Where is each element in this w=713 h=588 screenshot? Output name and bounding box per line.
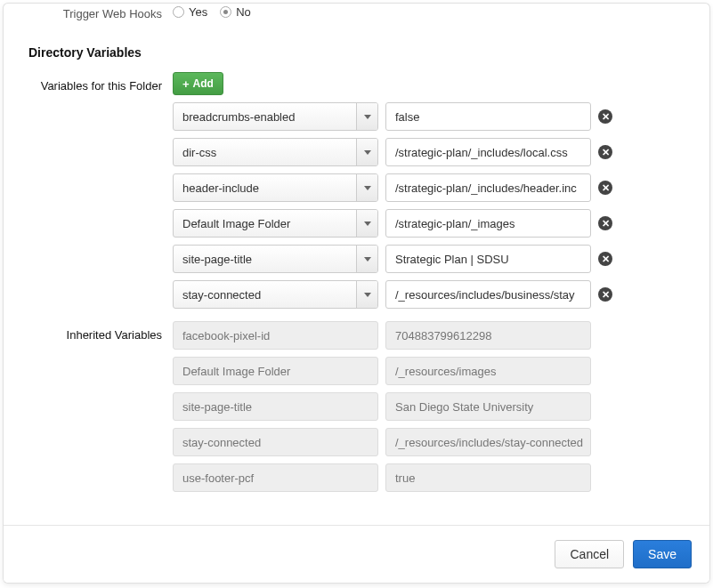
inherited-variable-name: Default Image Folder [173,357,378,385]
variable-value-input[interactable] [385,209,591,238]
chevron-down-icon [356,246,377,272]
inherited-variable-name: site-page-title [173,392,378,421]
folder-variable-row: site-page-title✕ [173,245,709,273]
variable-value-input[interactable] [385,102,591,131]
trigger-yes-option[interactable]: Yes [173,5,207,19]
inherited-variable-name: stay-connected [173,428,378,456]
inherited-variable-row: facebook-pixel-id704883799612298 [173,321,709,350]
add-variable-button[interactable]: + Add [173,72,223,95]
remove-icon[interactable]: ✕ [598,287,612,302]
trigger-yes-label: Yes [189,5,207,19]
inherited-variable-row: Default Image Folder/_resources/images [173,357,709,385]
dialog-footer: Cancel Save [4,525,709,583]
variables-for-folder-label: Variables for this Folder [4,72,173,93]
section-heading-directory-variables: Directory Variables [28,45,709,60]
variable-value-input[interactable] [385,138,591,166]
folder-variable-row: dir-css✕ [173,138,709,166]
chevron-down-icon [356,210,377,237]
plus-icon: + [182,78,190,90]
variable-name-select[interactable]: site-page-title [173,245,378,273]
chevron-down-icon [356,281,377,308]
inherited-variable-value: San Diego State University [385,392,591,421]
chevron-down-icon [356,139,377,165]
variable-value-input[interactable] [385,173,591,202]
radio-checked-icon [220,6,231,18]
remove-icon[interactable]: ✕ [598,216,612,230]
inherited-variable-value: true [385,463,591,492]
radio-icon [173,6,184,18]
folder-variable-row: header-include✕ [173,173,709,202]
variable-name-text: dir-css [174,139,356,165]
trigger-no-label: No [236,5,251,19]
folder-variable-row: breadcrumbs-enabled✕ [173,102,709,131]
trigger-webhooks-label: Trigger Web Hooks [4,5,173,20]
inherited-variable-name: use-footer-pcf [173,463,378,492]
variable-value-input[interactable] [385,280,591,309]
variable-name-text: site-page-title [174,246,356,272]
remove-icon[interactable]: ✕ [598,252,612,266]
variable-name-text: Default Image Folder [174,210,356,237]
chevron-down-icon [356,174,377,201]
inherited-variable-name: facebook-pixel-id [173,321,378,350]
folder-variable-row: stay-connected✕ [173,280,709,309]
inherited-variable-row: stay-connected/_resources/includes/stay-… [173,428,709,456]
variable-name-select[interactable]: header-include [173,173,378,202]
variable-name-select[interactable]: Default Image Folder [173,209,378,238]
variable-name-select[interactable]: breadcrumbs-enabled [173,102,378,131]
variable-value-input[interactable] [385,245,591,273]
inherited-variable-value: /_resources/includes/stay-connected [385,428,591,456]
variable-name-select[interactable]: stay-connected [173,280,378,309]
inherited-variable-value: 704883799612298 [385,321,591,350]
inherited-variables-label: Inherited Variables [4,321,173,342]
chevron-down-icon [356,103,377,130]
remove-icon[interactable]: ✕ [598,145,612,159]
cancel-button[interactable]: Cancel [555,540,624,568]
inherited-variable-value: /_resources/images [385,357,591,385]
trigger-no-option[interactable]: No [220,5,251,19]
remove-icon[interactable]: ✕ [598,181,612,195]
folder-variable-row: Default Image Folder✕ [173,209,709,238]
inherited-variable-row: site-page-titleSan Diego State Universit… [173,392,709,421]
variable-name-text: breadcrumbs-enabled [174,103,356,130]
remove-icon[interactable]: ✕ [598,109,612,124]
variable-name-text: header-include [174,174,356,201]
variable-name-select[interactable]: dir-css [173,138,378,166]
variable-name-text: stay-connected [174,281,356,308]
inherited-variable-row: use-footer-pcftrue [173,463,709,492]
save-button[interactable]: Save [633,540,692,568]
add-button-label: Add [193,77,214,90]
